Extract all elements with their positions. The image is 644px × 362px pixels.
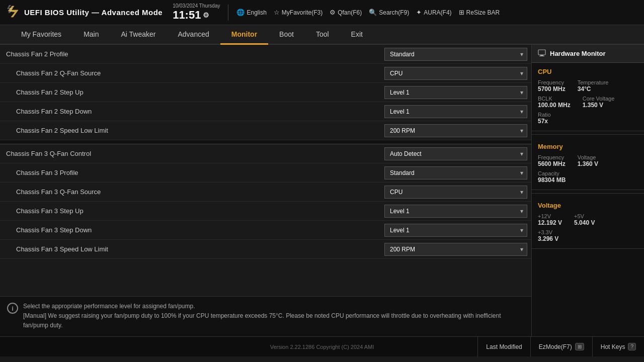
memory-capacity-item: Capacity 98304 MB <box>538 170 566 184</box>
memory-frequency-label: Frequency <box>538 154 566 160</box>
sidebar-header: Hardware Monitor <box>532 45 644 63</box>
chassis-fan3-step-down-wrapper: Level 1Level 2Level 3Level 4Level 5 <box>384 224 527 237</box>
nav-tool[interactable]: Tool <box>305 25 340 45</box>
sidebar-memory-section: Memory Frequency 5600 MHz Voltage 1.360 … <box>532 138 644 190</box>
row-chassis-fan3-speed-low: Chassis Fan 3 Speed Low Limit 200 RPM300… <box>0 240 531 259</box>
chassis-fan3-step-down-dropdown[interactable]: Level 1Level 2Level 3Level 4Level 5 <box>384 224 527 237</box>
header-title: UEFI BIOS Utility — Advanced Mode <box>24 8 163 17</box>
chassis-fan3-qfan-control-dropdown[interactable]: Auto DetectDisabledDC modePWM mode <box>384 147 527 160</box>
chassis-fan3-speed-low-wrapper: 200 RPM300 RPM400 RPM500 RPM <box>384 243 527 256</box>
chassis-fan2-qfan-source-dropdown[interactable]: CPUMotherboard <box>384 67 527 80</box>
row-chassis-fan3-step-up: Chassis Fan 3 Step Up Level 1Level 2Leve… <box>0 202 531 221</box>
voltage-5v-item: +5V 5.040 V <box>574 213 595 226</box>
chassis-fan2-step-down-value: Level 1Level 2Level 3Level 4Level 5 <box>380 103 531 120</box>
nav-monitor[interactable]: Monitor <box>220 25 268 45</box>
cpu-ratio-item: Ratio 57x <box>538 112 551 125</box>
memory-voltage-item: Voltage 1.360 V <box>578 154 598 167</box>
row-chassis-fan2-step-up: Chassis Fan 2 Step Up Level 1Level 2Leve… <box>0 83 531 102</box>
nav-boot[interactable]: Boot <box>268 25 305 45</box>
chassis-fan3-speed-low-label: Chassis Fan 3 Speed Low Limit <box>0 241 380 257</box>
voltage-33v-label: +3.3V <box>538 229 558 235</box>
hotkeys-button[interactable]: Hot Keys ? <box>592 337 644 357</box>
chassis-fan2-speed-low-label: Chassis Fan 2 Speed Low Limit <box>0 123 380 138</box>
ezmode-button[interactable]: EzMode(F7) ⊞ <box>530 337 592 357</box>
chassis-fan3-profile-wrapper: StandardSilentTurboFull SpeedManual <box>384 166 527 179</box>
cpu-section-title: CPU <box>538 68 638 75</box>
tool-english[interactable]: 🌐 English <box>236 9 266 16</box>
chassis-fan2-step-down-dropdown[interactable]: Level 1Level 2Level 3Level 4Level 5 <box>384 105 527 118</box>
tool-aura-label: AURA(F4) <box>424 9 451 16</box>
section-separator <box>0 140 531 144</box>
cpu-core-voltage-item: Core Voltage 1.350 V <box>583 96 615 109</box>
chassis-fan2-qfan-source-wrapper: CPUMotherboard <box>384 67 527 80</box>
chassis-fan2-step-down-wrapper: Level 1Level 2Level 3Level 4Level 5 <box>384 105 527 118</box>
info-bar: i Select the appropriate performance lev… <box>0 296 531 336</box>
cpu-core-voltage-label: Core Voltage <box>583 96 615 102</box>
cpu-freq-temp-row: Frequency 5700 MHz Temperature 34°C <box>538 79 638 93</box>
svg-rect-2 <box>538 50 545 55</box>
time-display: 11:51 ⚙ <box>173 9 220 22</box>
chassis-fan2-profile-label: Chassis Fan 2 Profile <box>0 46 380 62</box>
cpu-core-voltage-value: 1.350 V <box>583 102 615 109</box>
aura-icon: ✦ <box>416 9 422 16</box>
tool-qfan[interactable]: ⚙ Qfan(F6) <box>330 9 362 16</box>
tool-myfavorite[interactable]: ☆ MyFavorite(F3) <box>274 9 323 16</box>
chassis-fan3-step-up-value: Level 1Level 2Level 3Level 4Level 5 <box>380 203 531 220</box>
info-icon: i <box>7 303 18 314</box>
sidebar-cpu-section: CPU Frequency 5700 MHz Temperature 34°C … <box>532 63 644 131</box>
nav-advanced[interactable]: Advanced <box>167 25 220 45</box>
chassis-fan3-qfan-source-wrapper: CPUMotherboard <box>384 186 527 199</box>
chassis-fan2-step-up-dropdown[interactable]: Level 1Level 2Level 3Level 4Level 5 <box>384 86 527 99</box>
cpu-ratio-label: Ratio <box>538 112 551 118</box>
memory-voltage-label: Voltage <box>578 154 598 160</box>
memory-freq-voltage-row: Frequency 5600 MHz Voltage 1.360 V <box>538 154 638 167</box>
info-text: Select the appropriate performance level… <box>23 302 524 331</box>
memory-capacity-row: Capacity 98304 MB <box>538 170 638 184</box>
nav-bar: My Favorites Main Ai Tweaker Advanced Mo… <box>0 25 644 45</box>
fan-icon: ⚙ <box>330 9 336 16</box>
datetime: 10/03/2024 Thursday 11:51 ⚙ <box>173 3 220 22</box>
last-modified-label: Last Modified <box>486 343 522 350</box>
chassis-fan2-speed-low-dropdown[interactable]: 200 RPM300 RPM400 RPM500 RPM <box>384 124 527 137</box>
voltage-section-title: Voltage <box>538 202 638 209</box>
tool-resizebar[interactable]: ⊞ ReSize BAR <box>459 9 500 16</box>
nav-ai-tweaker[interactable]: Ai Tweaker <box>110 25 167 45</box>
svg-rect-4 <box>539 56 544 56</box>
voltage-12v-label: +12V <box>538 213 562 219</box>
chassis-fan2-step-up-value: Level 1Level 2Level 3Level 4Level 5 <box>380 84 531 101</box>
tool-aura[interactable]: ✦ AURA(F4) <box>416 9 451 16</box>
monitor-icon <box>538 49 546 58</box>
cpu-bclk-item: BCLK 100.00 MHz <box>538 96 571 109</box>
hotkeys-label: Hot Keys <box>601 343 625 350</box>
voltage-5v-value: 5.040 V <box>574 219 595 226</box>
chassis-fan2-profile-dropdown[interactable]: StandardSilentTurboFull SpeedManual <box>384 48 527 61</box>
memory-section-title: Memory <box>538 143 638 150</box>
chassis-fan3-speed-low-value: 200 RPM300 RPM400 RPM500 RPM <box>380 241 531 258</box>
settings-gear-icon[interactable]: ⚙ <box>203 11 209 19</box>
last-modified-button[interactable]: Last Modified <box>477 337 530 357</box>
logo-icon <box>6 4 20 21</box>
nav-main[interactable]: Main <box>72 25 110 45</box>
sidebar-title: Hardware Monitor <box>550 50 606 57</box>
chassis-fan3-profile-dropdown[interactable]: StandardSilentTurboFull SpeedManual <box>384 166 527 179</box>
chassis-fan3-speed-low-dropdown[interactable]: 200 RPM300 RPM400 RPM500 RPM <box>384 243 527 256</box>
nav-my-favorites[interactable]: My Favorites <box>10 25 72 45</box>
row-chassis-fan3-step-down: Chassis Fan 3 Step Down Level 1Level 2Le… <box>0 221 531 240</box>
chassis-fan3-qfan-source-dropdown[interactable]: CPUMotherboard <box>384 186 527 199</box>
memory-capacity-value: 98304 MB <box>538 176 566 184</box>
nav-exit[interactable]: Exit <box>340 25 374 45</box>
chassis-fan2-step-up-label: Chassis Fan 2 Step Up <box>0 84 380 100</box>
tool-search[interactable]: 🔍 Search(F9) <box>369 9 409 16</box>
row-chassis-fan2-profile: Chassis Fan 2 Profile StandardSilentTurb… <box>0 45 531 64</box>
chassis-fan2-profile-dropdown-wrapper: StandardSilentTurboFull SpeedManual <box>384 48 527 61</box>
chassis-fan3-step-down-value: Level 1Level 2Level 3Level 4Level 5 <box>380 222 531 239</box>
chassis-fan3-profile-label: Chassis Fan 3 Profile <box>0 165 380 180</box>
chassis-fan3-step-up-dropdown[interactable]: Level 1Level 2Level 3Level 4Level 5 <box>384 205 527 218</box>
bottom-bar: Version 2.22.1286 Copyright (C) 2024 AMI… <box>0 336 644 356</box>
chassis-fan3-step-up-wrapper: Level 1Level 2Level 3Level 4Level 5 <box>384 205 527 218</box>
voltage-12v-value: 12.192 V <box>538 219 562 226</box>
tool-search-label: Search(F9) <box>379 9 409 16</box>
svg-rect-3 <box>540 55 543 56</box>
chassis-fan2-step-down-label: Chassis Fan 2 Step Down <box>0 104 380 119</box>
logo-area: UEFI BIOS Utility — Advanced Mode <box>6 4 163 21</box>
